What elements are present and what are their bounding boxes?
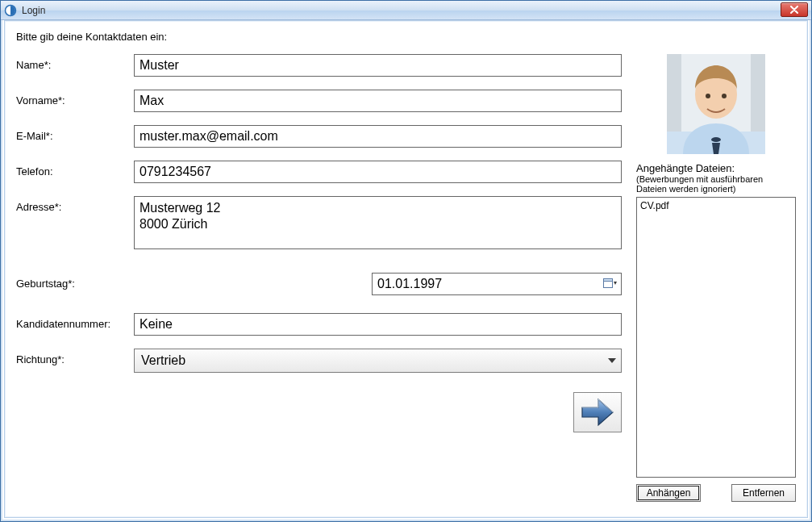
geburtstag-input[interactable] (376, 275, 603, 293)
richtung-value: Vertrieb (141, 353, 185, 368)
svg-point-9 (706, 94, 710, 98)
instruction-text: Bitte gib deine Kontaktdaten ein: (16, 31, 796, 43)
svg-point-10 (722, 94, 727, 98)
main-area: Name*: Vorname*: E-Mail*: (16, 54, 796, 502)
svg-point-8 (711, 137, 721, 142)
client-area: Bitte gib deine Kontaktdaten ein: Name*:… (4, 20, 808, 518)
telefon-label: Telefon: (16, 161, 134, 177)
attachments-header: Angehängte Dateien: (636, 162, 796, 174)
chevron-down-icon (608, 357, 616, 365)
richtung-select[interactable]: Vertrieb (134, 349, 622, 373)
login-window: Login Bitte gib deine Kontaktdaten ein: … (0, 0, 812, 522)
name-input[interactable] (134, 54, 622, 77)
attachments-note: (Bewerbungen mit ausführbaren Dateien we… (636, 174, 796, 194)
telefon-input[interactable] (134, 161, 622, 183)
email-label: E-Mail*: (16, 125, 134, 142)
kandidatennummer-input[interactable] (134, 313, 622, 336)
calendar-dropdown-icon[interactable] (603, 278, 618, 290)
vorname-input[interactable] (134, 90, 622, 112)
svg-rect-2 (604, 279, 613, 282)
close-button[interactable] (781, 2, 808, 17)
vorname-label: Vorname*: (16, 90, 134, 106)
geburtstag-datepicker[interactable] (372, 273, 622, 295)
side-column: Angehängte Dateien: (Bewerbungen mit aus… (636, 54, 796, 502)
attachments-list[interactable]: CV.pdf (636, 197, 796, 478)
adresse-label: Adresse*: (16, 196, 134, 213)
profile-photo (667, 54, 765, 154)
app-icon (4, 4, 17, 17)
list-item[interactable]: CV.pdf (640, 199, 792, 212)
richtung-label: Richtung*: (16, 349, 134, 365)
next-button[interactable] (573, 392, 622, 432)
adresse-input[interactable] (134, 196, 622, 249)
remove-button[interactable]: Entfernen (731, 484, 796, 502)
geburtstag-label: Geburtstag*: (16, 273, 134, 290)
name-label: Name*: (16, 54, 134, 71)
email-input[interactable] (134, 125, 622, 148)
attach-button[interactable]: Anhängen (636, 484, 701, 502)
window-title: Login (22, 5, 45, 16)
form-column: Name*: Vorname*: E-Mail*: (16, 54, 622, 502)
titlebar: Login (1, 1, 811, 20)
kandidatennummer-label: Kandidatennummer: (16, 313, 134, 330)
arrow-right-icon (579, 396, 616, 428)
